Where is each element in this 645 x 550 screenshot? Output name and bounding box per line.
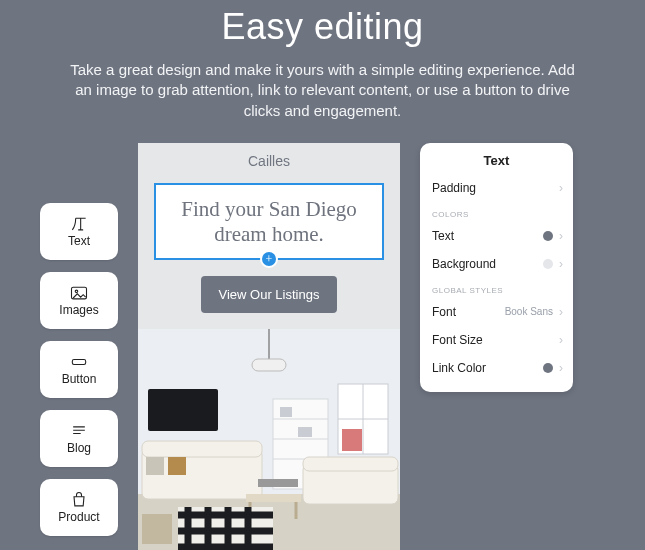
chevron-right-icon: › [559,257,563,271]
page-subtitle: Take a great design and make it yours wi… [60,60,585,121]
panel-title: Text [420,153,573,168]
svg-rect-16 [298,427,312,437]
row-label: Link Color [432,361,486,375]
svg-rect-23 [303,457,398,471]
svg-rect-15 [280,407,292,417]
design-preview: Cailles Find your San Diego dream home. … [138,143,400,550]
palette-item-images[interactable]: Images [40,272,118,329]
row-label: Padding [432,181,476,195]
preview-image [138,329,400,550]
svg-rect-20 [146,457,164,475]
row-background[interactable]: Background › [420,250,573,278]
palette-item-button[interactable]: Button [40,341,118,398]
svg-point-1 [75,290,78,293]
blog-icon [69,422,89,440]
svg-rect-19 [142,441,262,457]
palette-label: Button [62,373,97,385]
color-swatch [543,259,553,269]
svg-rect-36 [142,514,172,544]
product-icon [69,491,89,509]
tool-palette: Text Images Button Blog Product [40,203,118,536]
chevron-right-icon: › [559,361,563,375]
palette-item-product[interactable]: Product [40,479,118,536]
row-text-color[interactable]: Text › [420,222,573,250]
palette-label: Product [58,511,99,523]
row-label: Font Size [432,333,483,347]
row-label: Background [432,257,496,271]
svg-rect-2 [72,360,85,365]
chevron-right-icon: › [559,333,563,347]
color-swatch [543,363,553,373]
plus-icon: + [266,253,273,265]
chevron-right-icon: › [559,181,563,195]
row-font-size[interactable]: Font Size › [420,326,573,354]
palette-item-text[interactable]: Text [40,203,118,260]
button-icon [69,353,89,371]
palette-item-blog[interactable]: Blog [40,410,118,467]
palette-label: Text [68,235,90,247]
properties-panel: Text Padding › Colors Text › Background … [420,143,573,392]
selected-text-block[interactable]: Find your San Diego dream home. + [154,183,384,261]
add-handle[interactable]: + [260,250,278,268]
palette-label: Images [59,304,98,316]
text-icon [69,215,89,233]
brand-name: Cailles [248,153,290,169]
svg-rect-27 [258,479,298,487]
headline-text: Find your San Diego dream home. [181,197,357,246]
color-swatch [543,231,553,241]
row-link-color[interactable]: Link Color › [420,354,573,382]
image-icon [69,284,89,302]
row-padding[interactable]: Padding › [420,174,573,202]
chevron-right-icon: › [559,229,563,243]
svg-rect-10 [342,429,362,451]
palette-label: Blog [67,442,91,454]
page-title: Easy editing [60,6,585,48]
svg-rect-21 [168,457,186,475]
cta-button[interactable]: View Our Listings [201,276,338,313]
font-value: Book Sans [505,306,553,317]
svg-rect-17 [148,389,218,431]
section-colors: Colors [420,202,573,222]
chevron-right-icon: › [559,305,563,319]
row-font[interactable]: Font Book Sans› [420,298,573,326]
svg-rect-24 [246,494,301,502]
row-label: Text [432,229,454,243]
section-global: Global Styles [420,278,573,298]
row-label: Font [432,305,456,319]
